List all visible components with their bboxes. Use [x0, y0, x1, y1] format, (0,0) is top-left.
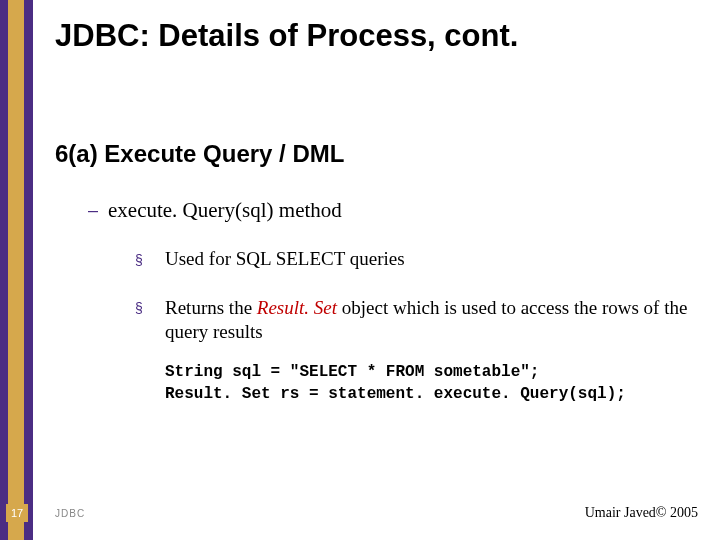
code-block: String sql = "SELECT * FROM sometable"; … [165, 362, 626, 405]
list-item: Used for SQL SELECT queries [165, 248, 405, 270]
list-item: Returns the Result. Set object which is … [165, 296, 695, 344]
square-bullet-icon: § [135, 252, 143, 268]
left-accent-bar [0, 0, 33, 540]
dash-bullet: – [88, 200, 98, 221]
slide-number-badge: 17 [6, 504, 28, 522]
text-fragment: Returns the [165, 297, 257, 318]
left-accent-inner [8, 0, 24, 540]
section-heading: 6(a) Execute Query / DML [55, 140, 344, 168]
slide-title: JDBC: Details of Process, cont. [55, 18, 518, 54]
footer-copyright: Umair Javed© 2005 [585, 505, 698, 521]
subheading: execute. Query(sql) method [108, 198, 342, 223]
emphasis-text: Result. Set [257, 297, 337, 318]
square-bullet-icon: § [135, 300, 143, 316]
footer-label: JDBC [55, 508, 85, 519]
slide-number: 17 [11, 507, 23, 519]
